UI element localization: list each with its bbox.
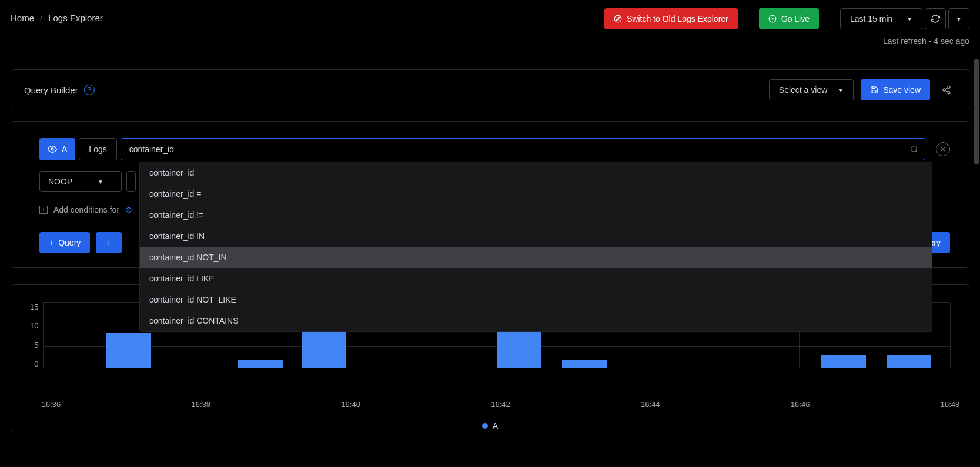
share-button[interactable] (937, 80, 956, 99)
query-search-input[interactable] (121, 138, 925, 160)
svg-marker-1 (617, 18, 620, 21)
query-letter-label: A (62, 145, 67, 154)
autocomplete-dropdown: container_idcontainer_id =container_id !… (139, 162, 932, 332)
last-refresh-text: Last refresh - 4 sec ago (883, 36, 969, 46)
svg-line-7 (945, 90, 948, 92)
aggregation-select[interactable]: NOOP ▼ (39, 171, 122, 192)
chart-bar (562, 360, 607, 368)
go-live-button[interactable]: Go Live (759, 8, 819, 29)
save-view-button[interactable]: Save view (861, 79, 930, 100)
svg-point-10 (911, 146, 917, 152)
chevron-down-icon: ▼ (838, 87, 844, 93)
add-conditions-label: Add conditions for (53, 205, 119, 214)
autocomplete-item[interactable]: container_id IN (140, 226, 932, 247)
x-axis: 16:3616:3816:4016:4216:4416:4616:48 (51, 400, 950, 414)
autocomplete-item[interactable]: container_id CONTAINS (140, 310, 932, 331)
svg-marker-3 (772, 18, 774, 21)
add-query-label: Query (58, 238, 81, 247)
plus-icon: + (49, 238, 53, 247)
help-icon[interactable]: ? (84, 85, 95, 95)
chevron-down-icon: ▼ (98, 179, 103, 185)
time-range-label: Last 15 min (850, 14, 892, 23)
select-view-dropdown[interactable]: Select a view ▼ (769, 79, 854, 100)
add-conditions-link: ⊙ (125, 205, 132, 214)
breadcrumb-current[interactable]: Logs Explorer (48, 13, 103, 23)
compass-icon (614, 15, 622, 23)
autocomplete-item[interactable]: container_id = (140, 183, 932, 204)
scrollbar[interactable] (974, 59, 979, 164)
svg-point-5 (943, 89, 945, 91)
breadcrumb-home[interactable]: Home (11, 13, 34, 23)
autocomplete-item[interactable]: container_id LIKE (140, 268, 932, 289)
eye-icon (48, 145, 57, 154)
plus-icon: + (106, 238, 111, 247)
svg-point-0 (614, 15, 621, 22)
refresh-icon (931, 14, 940, 23)
legend-color-dot (482, 423, 488, 429)
add-formula-button[interactable]: + (96, 232, 122, 253)
chevron-down-icon: ▼ (907, 16, 912, 22)
go-live-label: Go Live (781, 14, 810, 23)
search-icon (910, 145, 918, 153)
breadcrumb-separator: / (40, 13, 42, 23)
empty-field[interactable] (126, 171, 136, 192)
share-icon (942, 85, 951, 95)
svg-point-9 (51, 148, 53, 150)
svg-point-4 (948, 86, 950, 88)
time-range-select[interactable]: Last 15 min ▼ (840, 8, 922, 29)
query-builder-title: Query Builder (24, 85, 78, 95)
select-view-label: Select a view (779, 85, 827, 95)
chart-bar (887, 355, 931, 368)
svg-point-6 (948, 92, 950, 94)
query-toggle-button[interactable]: A (39, 138, 75, 160)
plus-icon: + (39, 206, 48, 214)
play-icon (768, 15, 777, 23)
refresh-dropdown-button[interactable]: ▼ (948, 8, 969, 29)
refresh-button[interactable] (925, 8, 946, 29)
chevron-down-icon: ▼ (956, 16, 962, 22)
switch-old-label: Switch to Old Logs Explorer (627, 14, 728, 23)
add-query-button[interactable]: + Query (39, 232, 90, 253)
legend-label: A (493, 421, 498, 431)
chart-legend: A (30, 421, 950, 431)
autocomplete-item[interactable]: container_id NOT_IN (140, 247, 932, 268)
clear-query-button[interactable] (936, 142, 950, 156)
autocomplete-item[interactable]: container_id (140, 162, 932, 183)
svg-line-8 (945, 88, 948, 89)
chart-bar (106, 333, 151, 368)
breadcrumb: Home / Logs Explorer (11, 8, 103, 23)
aggregation-label: NOOP (48, 177, 72, 186)
y-axis: 151050 (30, 303, 43, 368)
save-view-label: Save view (883, 85, 921, 95)
chart-bar (238, 360, 283, 368)
save-icon (870, 86, 878, 94)
chart-bar (821, 355, 866, 368)
svg-line-11 (916, 151, 918, 153)
switch-old-explorer-button[interactable]: Switch to Old Logs Explorer (604, 8, 738, 29)
close-icon (939, 146, 946, 153)
autocomplete-item[interactable]: container_id NOT_LIKE (140, 289, 932, 310)
autocomplete-item[interactable]: container_id != (140, 204, 932, 226)
logs-source-pill[interactable]: Logs (79, 138, 116, 160)
